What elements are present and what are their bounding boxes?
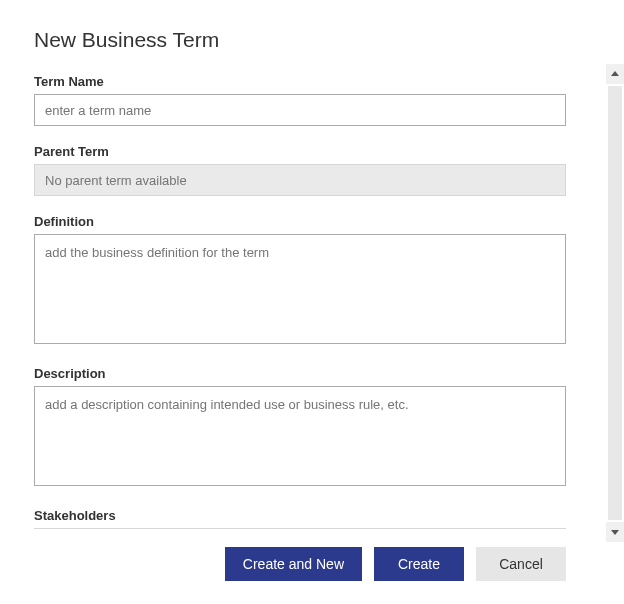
parent-term-label: Parent Term — [34, 144, 566, 159]
parent-term-input — [34, 164, 566, 196]
scroll-down-arrow[interactable] — [606, 522, 624, 542]
create-button[interactable]: Create — [374, 547, 464, 581]
page-title: New Business Term — [34, 28, 566, 52]
create-and-new-button[interactable]: Create and New — [225, 547, 362, 581]
description-textarea[interactable] — [34, 386, 566, 486]
scroll-thumb[interactable] — [608, 86, 622, 520]
button-row: Create and New Create Cancel — [34, 547, 566, 581]
scroll-up-arrow[interactable] — [606, 64, 624, 84]
description-label: Description — [34, 366, 566, 381]
chevron-up-icon — [610, 69, 620, 79]
term-name-group: Term Name — [34, 74, 566, 126]
stakeholders-label: Stakeholders — [34, 508, 566, 523]
description-group: Description — [34, 366, 566, 490]
scrollbar[interactable] — [606, 64, 624, 542]
parent-term-group: Parent Term — [34, 144, 566, 196]
term-name-label: Term Name — [34, 74, 566, 89]
chevron-down-icon — [610, 527, 620, 537]
term-name-input[interactable] — [34, 94, 566, 126]
cancel-button[interactable]: Cancel — [476, 547, 566, 581]
definition-group: Definition — [34, 214, 566, 348]
stakeholders-group: Stakeholders — [34, 508, 566, 529]
definition-label: Definition — [34, 214, 566, 229]
stakeholders-divider — [34, 528, 566, 529]
definition-textarea[interactable] — [34, 234, 566, 344]
new-business-term-panel: New Business Term Term Name Parent Term … — [0, 0, 600, 604]
